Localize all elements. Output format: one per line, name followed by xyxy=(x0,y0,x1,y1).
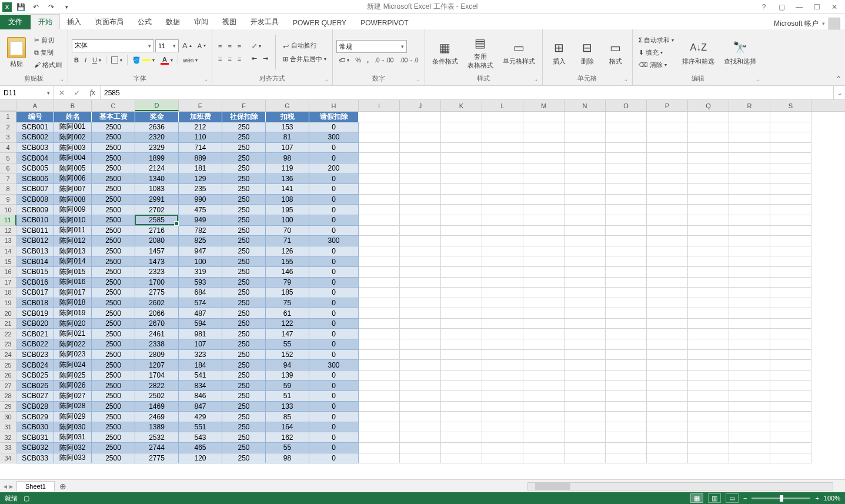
delete-cells-button[interactable]: ⊟删除 xyxy=(575,37,600,68)
brush-icon: 🖌 xyxy=(34,61,41,68)
insert-function-button[interactable]: fx xyxy=(85,88,100,97)
align-right-button[interactable]: ≡ xyxy=(235,54,243,64)
cell-styles-button[interactable]: ▭单元格样式 xyxy=(499,37,539,68)
maximize-button[interactable]: ☐ xyxy=(809,1,825,13)
decrease-decimal-button[interactable]: .00→.0 xyxy=(397,56,420,65)
close-button[interactable]: ✕ xyxy=(826,1,843,13)
font-color-button[interactable]: A▾ xyxy=(158,55,175,66)
formula-bar: D11▾ ✕ ✓ fx 2585 ⌄ xyxy=(0,86,845,100)
merge-center-button[interactable]: ⊞合并后居中▾ xyxy=(280,54,329,65)
copy-icon: ⧉ xyxy=(34,49,39,56)
ribbon-tab[interactable]: POWER QUERY xyxy=(286,16,353,29)
group-label-alignment: 对齐方式 xyxy=(216,74,329,84)
delete-icon: ⊟ xyxy=(579,39,596,56)
ribbon-group-cells: ⊞插入 ⊟删除 ▭格式 单元格 xyxy=(543,29,633,85)
autosum-button[interactable]: Σ自动求和▾ xyxy=(636,35,677,46)
increase-font-button[interactable]: A▴ xyxy=(180,40,194,51)
accounting-format-button[interactable]: 🏷▾ xyxy=(336,55,352,65)
titlebar: X 💾 ↶ ↷ ▾ 新建 Microsoft Excel 工作表 - Excel… xyxy=(0,0,845,14)
ribbon-options-button[interactable]: ▢ xyxy=(773,1,790,13)
binoculars-icon: 🔭 xyxy=(732,39,749,56)
qat-customize-button[interactable]: ▾ xyxy=(60,1,73,14)
qat-undo-button[interactable]: ↶ xyxy=(29,1,42,14)
ribbon-tab[interactable]: 数据 xyxy=(159,15,187,29)
clear-button[interactable]: ⌫清除▾ xyxy=(636,59,677,71)
qat-save-button[interactable]: 💾 xyxy=(14,1,27,14)
ribbon-tab[interactable]: 插入 xyxy=(60,15,88,29)
sort-filter-button[interactable]: A↓Z排序和筛选 xyxy=(679,37,718,68)
increase-indent-button[interactable]: ⇥ xyxy=(260,54,270,64)
ribbon-group-font: 宋体▾ 11▾ A▴ A▾ B I U ▾ ▾ 🪣▾ A▾ wén▾ xyxy=(68,29,212,85)
bold-button[interactable]: B xyxy=(72,55,81,65)
tab-file[interactable]: 文件 xyxy=(0,15,31,29)
align-middle-button[interactable]: ≡ xyxy=(225,42,233,51)
enter-formula-button[interactable]: ✓ xyxy=(69,89,85,97)
cut-button[interactable]: ✂剪切 xyxy=(32,35,64,46)
percent-button[interactable]: % xyxy=(353,55,363,65)
ribbon-group-styles: ▦条件格式 ▤套用 表格格式 ▭单元格样式 样式 xyxy=(425,29,543,85)
decrease-font-button[interactable]: A▾ xyxy=(195,41,208,51)
orientation-button[interactable]: ⤢▾ xyxy=(249,41,263,51)
ribbon-tab[interactable]: 审阅 xyxy=(187,15,215,29)
fill-icon: ⬇ xyxy=(639,49,644,56)
group-label-clipboard: 剪贴板 xyxy=(4,74,64,84)
expand-formula-bar-button[interactable]: ⌄ xyxy=(833,86,845,99)
font-name-combo[interactable]: 宋体▾ xyxy=(72,39,154,52)
find-select-button[interactable]: 🔭查找和选择 xyxy=(720,37,760,68)
format-painter-button[interactable]: 🖌格式刷 xyxy=(32,59,64,71)
phonetic-button[interactable]: wén▾ xyxy=(181,56,200,65)
ribbon-tab[interactable]: 页面布局 xyxy=(88,15,131,29)
formula-input[interactable]: 2585 xyxy=(101,86,833,99)
wrap-text-button[interactable]: ⮐自动换行 xyxy=(280,40,329,51)
ribbon-tab[interactable]: POWERPIVOT xyxy=(353,16,415,29)
align-top-button[interactable]: ≡ xyxy=(216,42,224,51)
cancel-formula-button[interactable]: ✕ xyxy=(54,89,69,97)
excel-icon: X xyxy=(2,2,12,12)
border-icon xyxy=(111,56,118,64)
format-as-table-button[interactable]: ▤套用 表格格式 xyxy=(464,32,497,72)
cond-format-icon: ▦ xyxy=(437,39,453,56)
ribbon-tab[interactable]: 公式 xyxy=(131,15,159,29)
eraser-icon: ⌫ xyxy=(639,61,648,69)
cell-style-icon: ▭ xyxy=(510,39,527,56)
merge-icon: ⊞ xyxy=(283,55,288,63)
decrease-indent-button[interactable]: ⇤ xyxy=(249,54,259,64)
account-label[interactable]: Microsoft 帐户 xyxy=(774,19,819,29)
help-button[interactable]: ? xyxy=(756,1,772,13)
number-format-combo[interactable]: 常规▾ xyxy=(336,40,407,53)
paste-button[interactable]: 粘贴 xyxy=(4,35,29,71)
format-icon: ▭ xyxy=(607,39,624,56)
borders-button[interactable]: ▾ xyxy=(109,55,125,65)
ribbon-tab[interactable]: 开始 xyxy=(31,14,60,29)
ribbon-group-alignment: ≡ ≡ ≡ ⤢▾ ≡ ≡ ≡ ⇤ ⇥ ⮐自动换行 ⊞合并后居中▾ xyxy=(212,29,333,85)
group-label-styles: 样式 xyxy=(429,74,539,84)
italic-button[interactable]: I xyxy=(82,55,89,65)
comma-button[interactable]: , xyxy=(365,55,371,65)
conditional-format-button[interactable]: ▦条件格式 xyxy=(429,37,462,68)
scissors-icon: ✂ xyxy=(34,36,39,44)
format-cells-button[interactable]: ▭格式 xyxy=(603,37,629,68)
ribbon-group-number: 常规▾ 🏷▾ % , .0→.00 .00→.0 数字 xyxy=(333,29,425,85)
collapse-ribbon-button[interactable]: ⌃ xyxy=(836,75,841,83)
fill-color-button[interactable]: 🪣▾ xyxy=(130,55,157,65)
increase-decimal-button[interactable]: .0→.00 xyxy=(372,56,396,65)
qat-redo-button[interactable]: ↷ xyxy=(45,1,58,14)
ribbon-tab[interactable]: 视图 xyxy=(215,15,243,29)
avatar[interactable] xyxy=(829,18,840,29)
ribbon: 粘贴 ✂剪切 ⧉复制 🖌格式刷 剪贴板 宋体▾ 11▾ A▴ A▾ B I xyxy=(0,29,845,86)
insert-cells-button[interactable]: ⊞插入 xyxy=(546,37,572,68)
align-bottom-button[interactable]: ≡ xyxy=(235,42,243,51)
name-box[interactable]: D11▾ xyxy=(0,86,54,99)
font-size-combo[interactable]: 11▾ xyxy=(155,39,179,52)
align-left-button[interactable]: ≡ xyxy=(216,54,224,64)
copy-button[interactable]: ⧉复制 xyxy=(32,47,64,58)
minimize-button[interactable]: — xyxy=(791,1,807,13)
underline-button[interactable]: U ▾ xyxy=(90,55,103,65)
window-title: 新建 Microsoft Excel 工作表 - Excel xyxy=(367,2,477,12)
ribbon-tab[interactable]: 开发工具 xyxy=(243,15,286,29)
group-label-cells: 单元格 xyxy=(546,74,629,84)
fill-button[interactable]: ⬇填充▾ xyxy=(636,47,677,58)
table-format-icon: ▤ xyxy=(472,35,489,51)
ribbon-tabs: 文件 开始插入页面布局公式数据审阅视图开发工具POWER QUERYPOWERP… xyxy=(0,14,845,29)
align-center-button[interactable]: ≡ xyxy=(225,54,233,64)
